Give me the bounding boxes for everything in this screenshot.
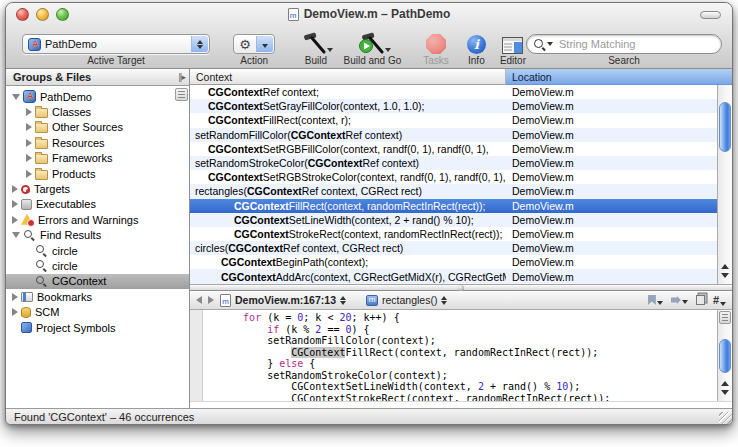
result-row[interactable]: CGContextFillRect(context, r);DemoView.m (190, 113, 717, 127)
project-icon (23, 90, 36, 103)
search-scope-dropdown-icon[interactable] (547, 42, 553, 46)
sidebar-item-products[interactable]: Products (6, 166, 189, 181)
window-title-group: m DemoView.m – PathDemo (288, 7, 451, 21)
sidebar-item-errors-and-warnings[interactable]: Errors and Warnings (6, 212, 189, 227)
build-button[interactable]: Build (302, 27, 329, 66)
editor-button[interactable]: Editor (500, 27, 526, 66)
disclosure-closed-icon[interactable] (12, 185, 18, 193)
file-popup-label: DemoView.m:167:13 (235, 294, 336, 306)
editor-scroll-track[interactable] (718, 325, 732, 375)
minimize-button[interactable] (36, 8, 49, 21)
symbols-icon (21, 322, 32, 333)
sidebar-item-other-sources[interactable]: Other Sources (6, 120, 189, 135)
close-button[interactable] (16, 8, 29, 21)
tasks-caption: Tasks (423, 55, 449, 66)
result-row[interactable]: CGContextSetLineWidth(context, 2 + rand(… (190, 213, 717, 227)
results-rows[interactable]: CGContextRef context;DemoView.mCGContext… (190, 85, 717, 284)
result-row[interactable]: setRandomFillColor(CGContextRef context)… (190, 128, 717, 142)
disclosure-open-icon[interactable] (12, 94, 20, 100)
column-splitter-icon[interactable]: ∥▸ (178, 72, 185, 82)
results-scrollbar[interactable] (717, 85, 732, 284)
active-target-popup[interactable]: PathDemo (22, 34, 210, 54)
editor-split-widget[interactable] (719, 311, 731, 324)
scroll-up-arrow-icon[interactable] (721, 381, 729, 386)
disclosure-closed-icon[interactable] (12, 216, 18, 224)
disclosure-closed-icon[interactable] (26, 139, 32, 147)
result-row[interactable]: CGContextSetRGBFillColor(context, randf(… (190, 142, 717, 156)
sidebar-item-scm[interactable]: SCM (6, 304, 189, 319)
magnifier-icon (35, 259, 48, 272)
editor-scroll-thumb[interactable] (719, 339, 731, 373)
horizontal-splitter[interactable] (190, 284, 732, 291)
sidebar-item-circle[interactable]: circle (6, 243, 189, 258)
column-header-location[interactable]: Location (506, 69, 732, 85)
disclosure-closed-icon[interactable] (26, 170, 32, 178)
editor-scrollbar[interactable] (717, 310, 732, 401)
scroll-up-arrow-icon[interactable] (721, 264, 729, 269)
included-files-menu-button[interactable]: # (713, 294, 726, 306)
sidebar-item-label: Targets (34, 183, 70, 195)
sidebar-item-classes[interactable]: Classes (6, 104, 189, 119)
result-row[interactable]: setRandomStrokeColor(CGContextRef contex… (190, 156, 717, 170)
hammer-icon (302, 31, 329, 54)
titlebar[interactable]: m DemoView.m – PathDemo (6, 3, 732, 25)
result-row[interactable]: circles(CGContextRef context, CGRect rec… (190, 241, 717, 255)
sidebar-item-targets[interactable]: Targets (6, 181, 189, 196)
disclosure-closed-icon[interactable] (12, 200, 18, 208)
forward-arrow-icon[interactable] (208, 296, 214, 304)
result-row[interactable]: rectangles(CGContextRef context, CGRect … (190, 184, 717, 198)
result-row[interactable]: CGContextStrokeRect(context, randomRectI… (190, 227, 717, 241)
results-scroll-thumb[interactable] (719, 102, 731, 152)
editor-pane[interactable]: for (k = 0; k < 20; k++) { if (k % 2 == … (190, 310, 732, 401)
result-row[interactable]: CGContextSetGrayFillColor(context, 1.0, … (190, 99, 717, 113)
disclosure-closed-icon[interactable] (12, 308, 18, 316)
search-input[interactable] (557, 37, 715, 51)
disclosure-open-icon[interactable] (12, 232, 20, 238)
column-header-context[interactable]: Context (190, 69, 506, 85)
breakpoints-menu-button[interactable] (671, 296, 688, 304)
disclosure-closed-icon[interactable] (26, 108, 32, 116)
disclosure-closed-icon[interactable] (26, 154, 32, 162)
back-arrow-icon[interactable] (196, 296, 202, 304)
sidebar-item-bookmarks[interactable]: Bookmarks (6, 289, 189, 304)
disclosure-closed-icon[interactable] (12, 293, 18, 301)
code-line: CGContextFillRect(context, randomRectInR… (219, 347, 717, 359)
sidebar-scroll-widget[interactable] (175, 88, 188, 101)
sidebar-item-frameworks[interactable]: Frameworks (6, 151, 189, 166)
build-and-go-button[interactable]: Build and Go (343, 27, 401, 66)
action-button[interactable]: ⚙ (233, 34, 275, 54)
file-popup[interactable]: m DemoView.m:167:13 (220, 294, 346, 307)
sidebar-item-resources[interactable]: Resources (6, 135, 189, 150)
code-line: } else { (219, 358, 717, 370)
toolbar-toggle-button[interactable] (700, 11, 721, 19)
sidebar-item-circle[interactable]: circle (6, 258, 189, 273)
code-area[interactable]: for (k = 0; k < 20; k++) { if (k % 2 == … (203, 310, 717, 401)
zoom-button[interactable] (56, 8, 69, 21)
sidebar-item-cgcontext[interactable]: CGContext (6, 274, 189, 289)
result-context-cell: CGContextSetRGBFillColor(context, randf(… (190, 143, 506, 155)
sidebar-item-project-symbols[interactable]: Project Symbols (6, 320, 189, 335)
magnifier-icon (35, 244, 48, 257)
result-row[interactable]: CGContextFillRect(context, randomRectInR… (190, 199, 717, 213)
disclosure-closed-icon[interactable] (26, 123, 32, 131)
sidebar-item-pathdemo[interactable]: PathDemo (6, 89, 189, 104)
search-field[interactable] (526, 34, 722, 54)
bookmarks-menu-button[interactable] (648, 295, 663, 305)
scroll-down-arrow-icon[interactable] (721, 273, 729, 278)
results-scroll-track[interactable] (718, 85, 732, 258)
sidebar-item-executables[interactable]: Executables (6, 197, 189, 212)
code-lines: for (k = 0; k < 20; k++) { if (k % 2 == … (219, 312, 717, 401)
result-row[interactable]: CGContextBeginPath(context);DemoView.m (190, 255, 717, 269)
editor-gutter[interactable] (190, 310, 203, 401)
info-button[interactable]: i Info (467, 27, 486, 66)
result-row[interactable]: CGContextRef context;DemoView.m (190, 85, 717, 99)
resize-grip[interactable] (719, 412, 732, 425)
result-row[interactable]: CGContextAddArc(context, CGRectGetMidX(r… (190, 269, 717, 283)
scroll-down-arrow-icon[interactable] (721, 390, 729, 395)
sidebar-item-find-results[interactable]: Find Results (6, 228, 189, 243)
result-location-cell: DemoView.m (506, 100, 717, 112)
result-row[interactable]: CGContextSetRGBStrokeColor(context, rand… (190, 170, 717, 184)
symbol-popup[interactable]: m rectangles() (366, 294, 447, 306)
sidebar-tree: PathDemoClassesOther SourcesResourcesFra… (6, 86, 189, 408)
counterpart-button[interactable] (696, 295, 705, 305)
